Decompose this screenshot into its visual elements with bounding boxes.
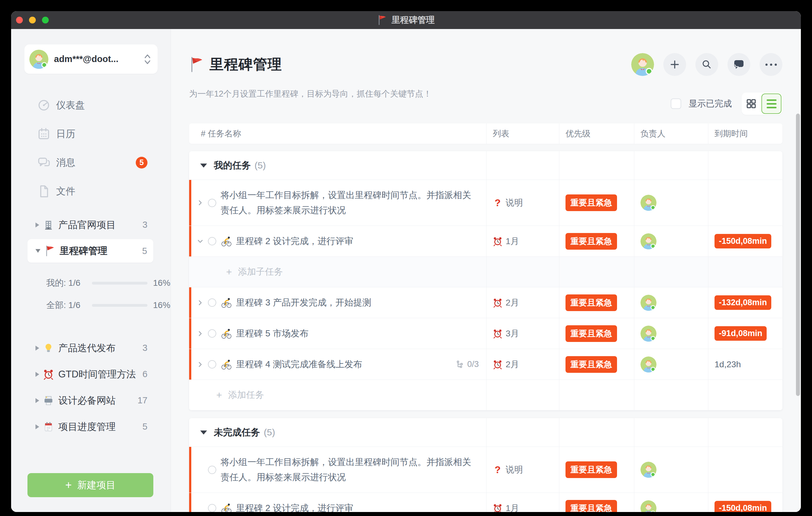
add-subtask-row[interactable]: + 添加子任务 (189, 256, 782, 287)
sidebar-item-dashboard[interactable]: 仪表盘 (11, 91, 171, 119)
collapse-icon[interactable] (196, 237, 205, 246)
assignee-avatar[interactable] (640, 195, 657, 211)
task-row[interactable]: 里程碑 2 设计完成，进行评审 1月 重要且紧急 -150d,08min (189, 226, 782, 256)
task-name: 将小组一年工作目标拆解，设置出里程碑时间节点。并指派相关责任人。用标签来展示进行… (221, 188, 486, 218)
titlebar: 里程碑管理 (11, 11, 801, 29)
task-checkbox[interactable] (208, 329, 216, 338)
task-name: 里程碑 5 市场发布 (236, 326, 318, 341)
chevron-right-icon[interactable] (35, 223, 39, 227)
close-button[interactable] (16, 17, 23, 24)
list-name: 1月 (506, 235, 519, 247)
chevron-right-icon[interactable] (35, 372, 39, 377)
group-header[interactable]: 我的任务 (5) (189, 151, 782, 180)
account-switcher[interactable]: adm***@doot... (24, 45, 158, 74)
due-badge: -150d,08min (715, 501, 771, 512)
group-count: (5) (264, 427, 275, 438)
subtask-tree-icon (456, 360, 465, 369)
alarm-icon (493, 503, 502, 512)
expand-icon[interactable] (196, 329, 205, 338)
add-task-row[interactable]: + 添加任务 (189, 380, 782, 410)
task-checkbox[interactable] (208, 199, 216, 207)
list-view-icon (767, 99, 777, 108)
sidebar-item-messages[interactable]: 消息 5 (11, 148, 171, 177)
task-checkbox[interactable] (208, 298, 216, 307)
chevron-right-icon[interactable] (35, 398, 39, 403)
project-item-gtd[interactable]: GTD时间管理方法 6 (11, 361, 171, 387)
group-header[interactable]: 未完成任务 (5) (189, 418, 782, 447)
column-header-due[interactable]: 到期时间 (708, 123, 783, 144)
sidebar-item-files[interactable]: 文件 (11, 177, 171, 205)
task-row[interactable]: 里程碑 2 设计完成，进行评审 1月 重要且紧急 -150d,08min (189, 492, 782, 512)
project-item-website[interactable]: 产品官网项目 3 (11, 212, 171, 238)
nav-label: 日历 (56, 127, 75, 140)
column-header-assignee[interactable]: 负责人 (634, 123, 708, 144)
alarm-icon (43, 369, 54, 380)
task-checkbox[interactable] (208, 360, 216, 369)
user-avatar[interactable] (631, 53, 654, 76)
new-project-label: 新建项目 (78, 479, 116, 492)
assignee-avatar[interactable] (640, 233, 657, 249)
task-checkbox[interactable] (208, 466, 216, 474)
plus-icon: + (216, 390, 222, 401)
task-checkbox[interactable] (208, 504, 216, 512)
task-row[interactable]: 里程碑 3 产品开发完成，开始提测 2月 重要且紧急 -132d,08min (189, 287, 782, 318)
column-header-list[interactable]: 列表 (486, 123, 559, 144)
show-completed-checkbox[interactable] (671, 98, 681, 109)
assignee-avatar[interactable] (640, 500, 657, 512)
list-name: 2月 (506, 359, 519, 370)
new-project-button[interactable]: + 新建项目 (27, 473, 153, 497)
assignee-avatar[interactable] (640, 325, 657, 342)
collapse-icon[interactable] (200, 164, 207, 168)
project-item-milestone-selected[interactable]: 里程碑管理 5 (27, 239, 153, 263)
chevron-right-icon[interactable] (35, 424, 39, 429)
chevron-right-icon[interactable] (35, 346, 39, 351)
expand-icon[interactable] (196, 298, 205, 307)
subtask-counter: 0/3 (456, 360, 486, 369)
task-row[interactable]: 将小组一年工作目标拆解，设置出里程碑时间节点。并指派相关责任人。用标签来展示进行… (189, 180, 782, 226)
more-button[interactable] (759, 53, 782, 76)
assignee-avatar[interactable] (640, 356, 657, 372)
sidebar-item-calendar[interactable]: 日历 (11, 119, 171, 148)
due-text: 1d,23h (715, 360, 741, 369)
task-name: 里程碑 4 测试完成准备线上发布 (236, 357, 372, 372)
scrollbar[interactable] (796, 114, 800, 396)
chevron-down-icon[interactable] (35, 249, 40, 253)
project-item-design-sites[interactable]: 设计必备网站 17 (11, 387, 171, 413)
list-view-button[interactable] (761, 93, 781, 114)
priority-badge: 重要且紧急 (566, 325, 617, 342)
project-progress: 我的: 1/6 16% 全部: 1/6 16% (11, 272, 171, 316)
column-header-priority[interactable]: 优先级 (559, 123, 634, 144)
project-item-schedule[interactable]: 项目进度管理 5 (11, 413, 171, 440)
grid-view-button[interactable] (742, 93, 760, 115)
add-button[interactable] (663, 53, 686, 76)
chat-button[interactable] (727, 53, 750, 76)
nav-label: 文件 (56, 185, 75, 198)
progress-label: 全部: 1/6 (46, 299, 87, 311)
expand-icon[interactable] (196, 198, 205, 207)
maximize-button[interactable] (42, 17, 49, 24)
project-label: 产品迭代发布 (58, 342, 116, 354)
question-icon: ? (493, 464, 502, 476)
search-button[interactable] (695, 53, 718, 76)
task-checkbox[interactable] (208, 237, 216, 245)
assignee-avatar[interactable] (640, 295, 657, 311)
priority-badge: 重要且紧急 (566, 356, 617, 373)
task-row[interactable]: 将小组一年工作目标拆解，设置出里程碑时间节点。并指派相关责任人。用标签来展示进行… (189, 447, 782, 492)
due-badge: -91d,08min (715, 326, 767, 341)
task-row[interactable]: 里程碑 5 市场发布 3月 重要且紧急 -91d,08min (189, 318, 782, 349)
nav-label: 消息 (56, 156, 75, 169)
page-title: 里程碑管理 (209, 55, 282, 74)
project-item-iteration[interactable]: 产品迭代发布 3 (11, 335, 171, 361)
minimize-button[interactable] (29, 17, 36, 24)
priority-badge: 重要且紧急 (566, 194, 617, 211)
priority-badge: 重要且紧急 (566, 500, 617, 512)
assignee-avatar[interactable] (640, 462, 657, 478)
traffic-lights (16, 11, 49, 29)
list-name: 说明 (506, 197, 523, 209)
collapse-icon[interactable] (200, 431, 207, 434)
expand-icon[interactable] (196, 360, 205, 369)
column-header-name[interactable]: # 任务名称 (189, 123, 486, 144)
progress-mine: 我的: 1/6 16% (11, 272, 171, 294)
task-name: 里程碑 2 设计完成，进行评审 (236, 234, 362, 249)
task-row[interactable]: 里程碑 4 测试完成准备线上发布 0/3 2月 重要且紧急 1d,23h (189, 349, 782, 380)
